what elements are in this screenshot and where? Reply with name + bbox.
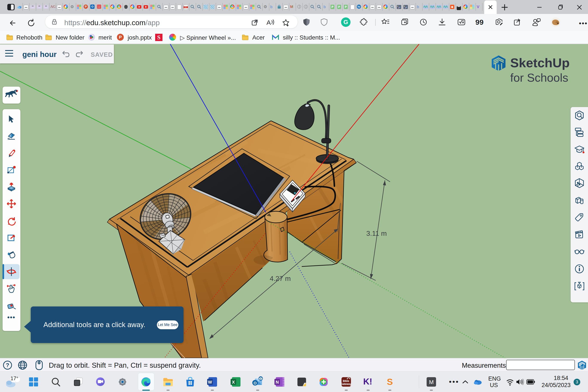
svg-text:K!: K! — [363, 377, 372, 386]
svg-text:Gateway: Gateway — [341, 382, 352, 386]
svg-text:O: O — [254, 381, 256, 385]
svg-text:S: S — [387, 377, 393, 387]
svg-text:?: ? — [6, 362, 9, 368]
svg-text:W: W — [208, 380, 212, 384]
svg-text:Bible: Bible — [343, 380, 349, 382]
svg-text:A: A — [266, 19, 271, 26]
svg-text:N: N — [276, 380, 279, 384]
svg-text:M: M — [429, 379, 434, 385]
svg-text:3.11 m: 3.11 m — [366, 230, 387, 237]
svg-text:4.27 m: 4.27 m — [270, 275, 291, 282]
svg-text:X: X — [232, 380, 235, 384]
